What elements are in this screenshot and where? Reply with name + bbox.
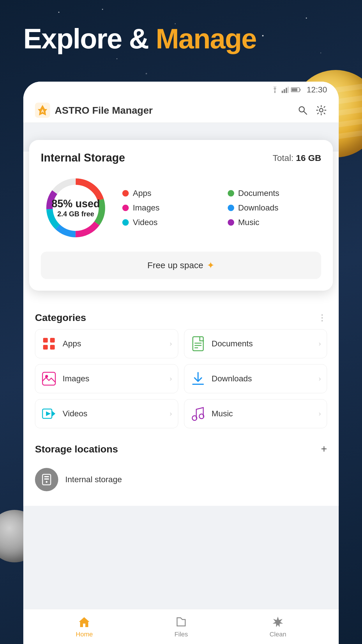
- storage-legend: Apps Documents Images Downloads: [122, 189, 321, 227]
- legend-dot-videos: [122, 219, 129, 226]
- storage-locations-header: Storage locations +: [35, 437, 327, 462]
- svg-rect-25: [193, 337, 203, 351]
- category-item-documents[interactable]: Documents ›: [184, 329, 327, 358]
- svg-rect-39: [44, 478, 49, 480]
- category-item-music[interactable]: Music ›: [184, 399, 327, 428]
- app-name: ASTRO File Manager: [55, 105, 297, 116]
- legend-dot-images: [122, 205, 129, 211]
- legend-item-documents: Documents: [228, 189, 322, 198]
- donut-free: 2.4 GB free: [57, 210, 94, 218]
- files-nav-icon: [175, 615, 188, 628]
- svg-rect-21: [43, 338, 48, 343]
- donut-percent: 85% used: [52, 198, 100, 210]
- videos-label: Videos: [63, 409, 164, 418]
- legend-item-videos: Videos: [122, 218, 216, 227]
- music-arrow: ›: [319, 410, 321, 418]
- battery-icon: [291, 87, 301, 92]
- storage-card-header: Internal Storage Total: 16 GB: [41, 152, 321, 164]
- donut-chart: 85% used 2.4 GB free: [41, 173, 111, 243]
- downloads-arrow: ›: [319, 375, 321, 383]
- svg-rect-2: [284, 89, 285, 93]
- internal-storage-avatar: [35, 468, 58, 491]
- phone-area: 12:30 A ASTRO File Manager: [23, 82, 339, 644]
- categories-grid: Apps ›: [35, 329, 327, 428]
- storage-card: Internal Storage Total: 16 GB: [29, 140, 333, 291]
- wifi-icon: [271, 87, 279, 93]
- status-icons: [271, 87, 301, 93]
- nav-item-clean[interactable]: Clean: [269, 615, 286, 638]
- documents-label: Documents: [212, 339, 313, 348]
- nav-label-home: Home: [76, 631, 93, 638]
- apps-icon: [41, 336, 57, 352]
- internal-storage-name: Internal storage: [65, 475, 122, 484]
- categories-title: Categories: [35, 312, 86, 323]
- legend-label-documents: Documents: [238, 189, 280, 198]
- clean-nav-icon: [271, 615, 284, 628]
- svg-rect-1: [282, 91, 283, 93]
- storage-title: Internal Storage: [41, 152, 125, 164]
- svg-rect-24: [50, 345, 55, 350]
- donut-center: 85% used 2.4 GB free: [41, 173, 111, 243]
- nav-item-files[interactable]: Files: [174, 615, 188, 638]
- category-item-downloads[interactable]: Downloads ›: [184, 364, 327, 393]
- svg-rect-7: [292, 88, 297, 91]
- svg-rect-6: [300, 89, 301, 91]
- legend-label-images: Images: [133, 203, 160, 213]
- free-up-space-button[interactable]: Free up space ✦: [41, 252, 321, 279]
- storage-loc-item-internal[interactable]: Internal storage: [35, 462, 327, 497]
- svg-rect-38: [44, 476, 49, 477]
- category-item-videos[interactable]: Videos ›: [35, 399, 178, 428]
- phone-inner: 12:30 A ASTRO File Manager: [23, 82, 339, 644]
- downloads-label: Downloads: [212, 374, 313, 383]
- storage-total: Total: 16 GB: [273, 153, 321, 163]
- legend-dot-apps: [122, 190, 129, 196]
- nav-item-home[interactable]: Home: [76, 615, 93, 638]
- images-arrow: ›: [170, 375, 172, 383]
- sparkle-icon: ✦: [207, 260, 215, 271]
- images-label: Images: [63, 374, 164, 383]
- hero-title-plain: Explore &: [23, 23, 149, 54]
- category-item-apps[interactable]: Apps ›: [35, 329, 178, 358]
- downloads-icon: [190, 371, 206, 387]
- svg-point-40: [46, 481, 47, 483]
- status-bar: 12:30: [23, 82, 339, 98]
- storage-locations-title: Storage locations: [35, 443, 118, 455]
- svg-rect-22: [50, 338, 55, 343]
- more-options-icon[interactable]: ⋮: [318, 313, 327, 322]
- svg-point-0: [274, 92, 276, 93]
- legend-item-images: Images: [122, 203, 216, 213]
- nav-label-files: Files: [174, 631, 188, 638]
- legend-dot-downloads: [228, 205, 234, 211]
- app-bar-actions: [297, 104, 327, 116]
- settings-icon[interactable]: [315, 104, 327, 116]
- svg-rect-4: [288, 87, 289, 93]
- nav-label-clean: Clean: [269, 631, 286, 638]
- svg-rect-23: [43, 345, 48, 350]
- free-up-space-label: Free up space: [147, 260, 203, 270]
- bottom-nav: Home Files Clean: [23, 609, 339, 644]
- search-icon[interactable]: [297, 104, 308, 116]
- hero-title-colored: Manage: [156, 23, 256, 54]
- legend-label-downloads: Downloads: [238, 203, 279, 213]
- add-storage-icon[interactable]: +: [321, 443, 327, 455]
- legend-item-apps: Apps: [122, 189, 216, 198]
- legend-label-apps: Apps: [133, 189, 151, 198]
- svg-marker-41: [79, 617, 89, 627]
- storage-body: 85% used 2.4 GB free Apps Documents: [41, 173, 321, 243]
- music-icon: [190, 406, 206, 422]
- legend-item-downloads: Downloads: [228, 203, 322, 213]
- documents-icon: [190, 336, 206, 352]
- top-bar-area: 12:30 A ASTRO File Manager: [23, 82, 339, 123]
- legend-label-videos: Videos: [133, 218, 158, 227]
- videos-icon: [41, 406, 57, 422]
- svg-rect-3: [286, 88, 287, 93]
- apps-label: Apps: [63, 339, 164, 348]
- apps-arrow: ›: [170, 340, 172, 348]
- category-item-images[interactable]: Images ›: [35, 364, 178, 393]
- hero-title: Explore & Manage: [23, 23, 256, 54]
- app-bar: A ASTRO File Manager: [23, 98, 339, 123]
- documents-arrow: ›: [319, 340, 321, 348]
- legend-item-music: Music: [228, 218, 322, 227]
- legend-label-music: Music: [238, 218, 259, 227]
- legend-dot-music: [228, 219, 234, 226]
